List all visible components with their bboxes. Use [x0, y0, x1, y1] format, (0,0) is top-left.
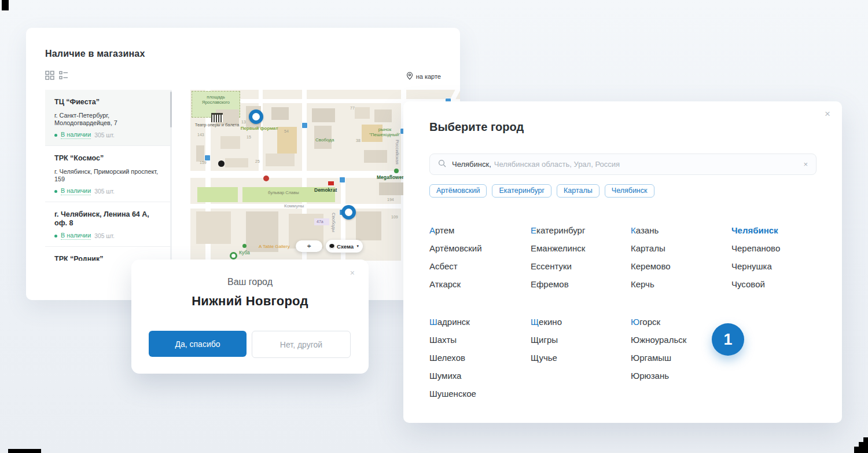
map-building	[225, 158, 248, 167]
corner-mark	[863, 437, 868, 453]
map-building	[312, 108, 335, 122]
store-address: г. Санкт-Петербург, Молодогвардейцев, 7	[54, 112, 161, 127]
building-number: 15	[247, 135, 251, 139]
city-item[interactable]: Ефремов	[531, 279, 631, 290]
map-building	[196, 211, 231, 244]
alpha-letter: Ч	[731, 225, 738, 235]
city-item[interactable]: Щучье	[531, 353, 631, 363]
building-number: 54	[284, 129, 289, 133]
city-item[interactable]: Щекино	[531, 317, 631, 327]
city-item[interactable]: Шушенское	[429, 389, 531, 399]
map-building	[271, 107, 289, 120]
city-name-rest: адринск	[437, 317, 470, 327]
city-item[interactable]: Щигры	[531, 335, 631, 345]
city-item[interactable]: Асбест	[429, 261, 531, 272]
city-column-k: Казань Карталы Керемово Керчь	[631, 225, 731, 290]
store-map-marker[interactable]	[249, 109, 263, 124]
city-column-ch: Челябинск Черепаново Чернушка Чусовой	[731, 225, 780, 290]
map-logo-red	[263, 176, 269, 181]
building-number: 159	[200, 160, 207, 165]
city-item[interactable]: Аткарск	[429, 279, 531, 290]
store-list-item[interactable]: ТРК “Родник” г. Москва, Труда, 203 (глав…	[45, 247, 171, 261]
modal-title: Выберите город	[429, 120, 524, 134]
city-item[interactable]: Чернушка	[731, 261, 780, 272]
show-on-map-toggle[interactable]: на карте	[406, 72, 441, 81]
city-item[interactable]: Югорск	[631, 317, 731, 327]
city-item[interactable]: Юргамыш	[631, 353, 731, 363]
city-item[interactable]: Артем	[429, 225, 531, 236]
stock-label[interactable]: В наличии	[61, 232, 91, 240]
poi-dot-icon	[242, 244, 247, 248]
map-label-park: площадь Ярославского	[194, 94, 238, 105]
zoom-in-button[interactable]: +	[307, 240, 311, 252]
store-list-item[interactable]: г. Челябинск, Ленина 64 А, оф. 8 В налич…	[45, 202, 171, 247]
city-item[interactable]: Шахты	[429, 335, 531, 345]
city-item[interactable]: Чусовой	[731, 279, 780, 290]
choose-city-modal: × Выберите город Челябинск, Челябинская …	[403, 101, 842, 423]
confirm-city-button[interactable]: Да, спасибо	[149, 331, 247, 357]
city-item-selected[interactable]: Челябинск	[731, 225, 780, 236]
city-item[interactable]: Шелехов	[429, 353, 531, 363]
corner-mark	[854, 447, 859, 453]
store-list-item[interactable]: ТРК “Космос” г. Челябинск, Приморский пр…	[45, 146, 171, 202]
store-list-item[interactable]: ТЦ “Фиеста” г. Санкт-Петербург, Молодогв…	[45, 90, 171, 146]
transit-stop-icon	[301, 122, 308, 129]
list-view-icon[interactable]	[59, 71, 68, 80]
corner-mark	[8, 449, 41, 453]
alpha-letter: Е	[531, 225, 536, 235]
store-name: г. Челябинск, Ленина 64 А, оф. 8	[54, 210, 161, 228]
store-name: ТЦ “Фиеста”	[54, 98, 161, 107]
alpha-letter: Ю	[631, 317, 639, 327]
your-city-popup: × Ваш город Нижний Новгород Да, спасибо …	[131, 260, 369, 374]
city-chip[interactable]: Артёмовский	[429, 184, 487, 198]
city-chip[interactable]: Челябинск	[605, 184, 654, 198]
city-item[interactable]: Казань	[631, 225, 731, 236]
clear-search-icon[interactable]: ×	[803, 160, 808, 169]
city-item[interactable]: Артёмовский	[429, 243, 531, 254]
building-number: 47а	[317, 220, 323, 224]
map-layer-selector[interactable]: Схема ▼	[326, 240, 363, 253]
city-chip[interactable]: Карталы	[557, 184, 599, 198]
city-column-a: Артем Артёмовский Асбест Аткарск	[429, 225, 531, 290]
decline-city-button[interactable]: Нет, другой	[252, 331, 351, 358]
city-item[interactable]: Керчь	[631, 279, 731, 290]
alpha-letter: Ш	[429, 317, 437, 327]
city-item[interactable]: Керемово	[631, 261, 731, 272]
demokrat-logo-icon	[328, 181, 334, 185]
map-label-kuba: Куба	[239, 250, 250, 255]
on-map-label: на карте	[416, 73, 441, 80]
city-item[interactable]: Еманжелинск	[531, 243, 631, 254]
city-item[interactable]: Шумиха	[429, 371, 531, 381]
city-item[interactable]: Карталы	[631, 243, 731, 254]
map-logo-black	[218, 160, 225, 167]
stock-label[interactable]: В наличии	[61, 187, 91, 195]
grid-view-icon[interactable]	[45, 71, 54, 80]
city-name-rest: ртем	[435, 225, 454, 235]
transit-stop-icon	[204, 155, 211, 161]
city-item[interactable]: Екатеринбург	[531, 225, 631, 236]
close-icon[interactable]: ×	[350, 268, 355, 277]
city-chip[interactable]: Екатеринбург	[492, 184, 551, 198]
layer-label: Схема	[337, 243, 354, 250]
alpha-letter: К	[631, 225, 636, 235]
map-label-theatre: Театр оперы и балета	[190, 122, 244, 127]
scrollbar-thumb[interactable]	[170, 92, 172, 127]
stock-dot-icon	[54, 190, 57, 193]
city-search-input[interactable]: Челябинск, Челябинская область, Урал, Ро…	[429, 154, 816, 175]
map-building	[220, 136, 240, 149]
city-name-rest: горск	[639, 317, 660, 327]
store-list-scrollbar	[170, 90, 172, 261]
search-value: Челябинск,	[452, 160, 491, 169]
stock-dot-icon	[54, 235, 57, 238]
close-icon[interactable]: ×	[825, 108, 830, 120]
city-item[interactable]: Ессентуки	[531, 261, 631, 272]
stock-label[interactable]: В наличии	[61, 131, 91, 139]
city-item[interactable]: Шадринск	[429, 317, 531, 327]
city-item[interactable]: Юрюзань	[631, 371, 731, 381]
building-number: 77	[350, 106, 355, 110]
city-item[interactable]: Черепаново	[731, 243, 780, 254]
store-map-marker[interactable]	[341, 205, 356, 220]
store-list: ТЦ “Фиеста” г. Санкт-Петербург, Молодогв…	[45, 90, 171, 261]
street-label-svobody: Свободы	[331, 213, 336, 232]
store-address: г. Челябинск, Приморский проспект, 159	[54, 168, 161, 183]
